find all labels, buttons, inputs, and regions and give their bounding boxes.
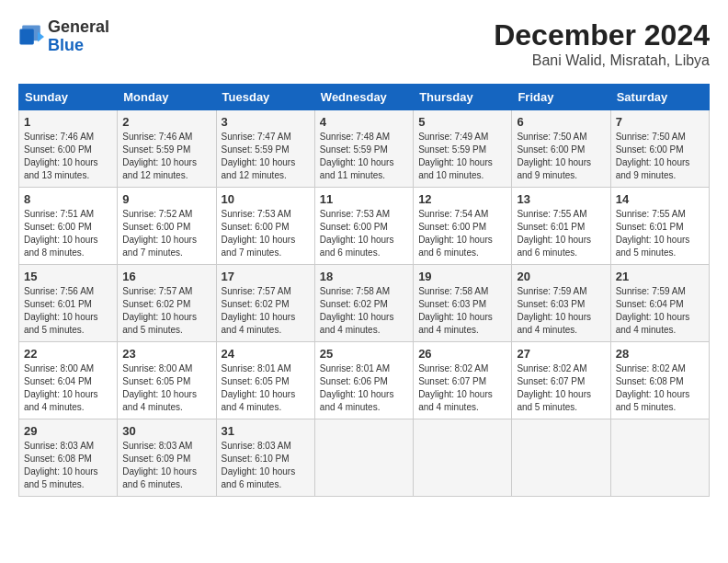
calendar-cell [610,419,709,497]
cell-info: Sunrise: 8:02 AMSunset: 6:07 PMDaylight:… [517,363,591,412]
cell-info: Sunrise: 7:52 AMSunset: 6:00 PMDaylight:… [122,209,197,258]
location: Bani Walid, Misratah, Libya [494,52,710,69]
cell-info: Sunrise: 7:55 AMSunset: 6:01 PMDaylight:… [517,209,591,258]
calendar-header-row: SundayMondayTuesdayWednesdayThursdayFrid… [19,85,710,110]
cell-info: Sunrise: 8:00 AMSunset: 6:05 PMDaylight:… [122,363,197,412]
cell-info: Sunrise: 7:55 AMSunset: 6:01 PMDaylight:… [616,209,690,258]
day-number: 13 [517,192,605,206]
week-row-4: 22Sunrise: 8:00 AMSunset: 6:04 PMDayligh… [19,342,710,419]
cell-info: Sunrise: 7:59 AMSunset: 6:04 PMDaylight:… [616,286,690,335]
calendar-cell: 18Sunrise: 7:58 AMSunset: 6:02 PMDayligh… [314,265,413,342]
day-number: 20 [517,270,605,283]
cell-info: Sunrise: 7:58 AMSunset: 6:03 PMDaylight:… [418,286,493,335]
logo-icon [18,24,44,50]
day-number: 15 [24,270,112,283]
calendar-cell: 15Sunrise: 7:56 AMSunset: 6:01 PMDayligh… [19,265,118,342]
week-row-5: 29Sunrise: 8:03 AMSunset: 6:08 PMDayligh… [19,419,710,497]
day-number: 10 [222,192,310,206]
day-number: 22 [24,347,112,361]
day-number: 11 [320,192,408,206]
header-sunday: Sunday [19,85,118,110]
calendar-cell: 22Sunrise: 8:00 AMSunset: 6:04 PMDayligh… [19,342,118,419]
day-number: 6 [517,115,605,129]
header-thursday: Thursday [414,85,512,110]
calendar-cell: 30Sunrise: 8:03 AMSunset: 6:09 PMDayligh… [118,419,216,497]
day-number: 31 [222,424,310,438]
cell-info: Sunrise: 8:01 AMSunset: 6:05 PMDaylight:… [222,363,296,412]
calendar-cell: 31Sunrise: 8:03 AMSunset: 6:10 PMDayligh… [216,419,314,497]
day-number: 30 [122,424,210,438]
cell-info: Sunrise: 8:03 AMSunset: 6:08 PMDaylight:… [24,441,98,489]
calendar-cell: 16Sunrise: 7:57 AMSunset: 6:02 PMDayligh… [118,265,216,342]
day-number: 8 [24,192,112,206]
cell-info: Sunrise: 8:00 AMSunset: 6:04 PMDaylight:… [24,363,98,412]
logo-blue-text: Blue [48,37,109,55]
day-number: 19 [418,270,506,283]
calendar-cell: 27Sunrise: 8:02 AMSunset: 6:07 PMDayligh… [512,342,610,419]
calendar-cell: 19Sunrise: 7:58 AMSunset: 6:03 PMDayligh… [414,265,512,342]
day-number: 2 [122,115,210,129]
cell-info: Sunrise: 7:53 AMSunset: 6:00 PMDaylight:… [320,209,394,258]
calendar-cell [314,419,413,497]
month-year: December 2024 [494,18,710,52]
calendar-cell: 21Sunrise: 7:59 AMSunset: 6:04 PMDayligh… [610,265,709,342]
cell-info: Sunrise: 8:01 AMSunset: 6:06 PMDaylight:… [320,363,394,412]
cell-info: Sunrise: 7:54 AMSunset: 6:00 PMDaylight:… [418,209,493,258]
calendar-cell: 4Sunrise: 7:48 AMSunset: 5:59 PMDaylight… [314,110,413,188]
week-row-1: 1Sunrise: 7:46 AMSunset: 6:00 PMDaylight… [19,110,710,188]
calendar-cell: 12Sunrise: 7:54 AMSunset: 6:00 PMDayligh… [414,188,512,265]
day-number: 17 [222,270,310,283]
cell-info: Sunrise: 7:57 AMSunset: 6:02 PMDaylight:… [222,286,296,335]
day-number: 18 [320,270,408,283]
calendar-cell: 14Sunrise: 7:55 AMSunset: 6:01 PMDayligh… [610,188,709,265]
day-number: 9 [122,192,210,206]
calendar-cell: 10Sunrise: 7:53 AMSunset: 6:00 PMDayligh… [216,188,314,265]
calendar-cell: 5Sunrise: 7:49 AMSunset: 5:59 PMDaylight… [414,110,512,188]
calendar-cell [512,419,610,497]
day-number: 1 [24,115,112,129]
cell-info: Sunrise: 8:02 AMSunset: 6:08 PMDaylight:… [616,363,690,412]
cell-info: Sunrise: 7:47 AMSunset: 5:59 PMDaylight:… [222,132,296,180]
cell-info: Sunrise: 8:03 AMSunset: 6:09 PMDaylight:… [122,441,197,489]
calendar-cell: 29Sunrise: 8:03 AMSunset: 6:08 PMDayligh… [19,419,118,497]
cell-info: Sunrise: 7:50 AMSunset: 6:00 PMDaylight:… [517,132,591,180]
day-number: 24 [222,347,310,361]
calendar-cell: 2Sunrise: 7:46 AMSunset: 5:59 PMDaylight… [118,110,216,188]
day-number: 12 [418,192,506,206]
header-tuesday: Tuesday [216,85,314,110]
calendar-cell: 13Sunrise: 7:55 AMSunset: 6:01 PMDayligh… [512,188,610,265]
calendar-cell: 11Sunrise: 7:53 AMSunset: 6:00 PMDayligh… [314,188,413,265]
day-number: 5 [418,115,506,129]
header-monday: Monday [118,85,216,110]
cell-info: Sunrise: 7:53 AMSunset: 6:00 PMDaylight:… [222,209,296,258]
cell-info: Sunrise: 7:56 AMSunset: 6:01 PMDaylight:… [24,286,98,335]
title-block: December 2024 Bani Walid, Misratah, Liby… [494,18,710,69]
cell-info: Sunrise: 7:57 AMSunset: 6:02 PMDaylight:… [122,286,197,335]
calendar-cell: 7Sunrise: 7:50 AMSunset: 6:00 PMDaylight… [610,110,709,188]
cell-info: Sunrise: 7:50 AMSunset: 6:00 PMDaylight:… [616,132,690,180]
header-saturday: Saturday [610,85,709,110]
calendar-cell: 8Sunrise: 7:51 AMSunset: 6:00 PMDaylight… [19,188,118,265]
day-number: 25 [320,347,408,361]
header-friday: Friday [512,85,610,110]
day-number: 14 [616,192,704,206]
logo: General Blue [18,18,109,55]
calendar-cell: 26Sunrise: 8:02 AMSunset: 6:07 PMDayligh… [414,342,512,419]
page-header: General Blue December 2024 Bani Walid, M… [18,18,710,69]
cell-info: Sunrise: 7:58 AMSunset: 6:02 PMDaylight:… [320,286,394,335]
calendar-cell [414,419,512,497]
calendar-cell: 23Sunrise: 8:00 AMSunset: 6:05 PMDayligh… [118,342,216,419]
day-number: 23 [122,347,210,361]
calendar-cell: 24Sunrise: 8:01 AMSunset: 6:05 PMDayligh… [216,342,314,419]
day-number: 21 [616,270,704,283]
cell-info: Sunrise: 7:48 AMSunset: 5:59 PMDaylight:… [320,132,394,180]
svg-marker-2 [38,31,44,41]
day-number: 7 [616,115,704,129]
calendar-cell: 9Sunrise: 7:52 AMSunset: 6:00 PMDaylight… [118,188,216,265]
week-row-2: 8Sunrise: 7:51 AMSunset: 6:00 PMDaylight… [19,188,710,265]
calendar-cell: 28Sunrise: 8:02 AMSunset: 6:08 PMDayligh… [610,342,709,419]
day-number: 4 [320,115,408,129]
day-number: 29 [24,424,112,438]
calendar-cell: 3Sunrise: 7:47 AMSunset: 5:59 PMDaylight… [216,110,314,188]
week-row-3: 15Sunrise: 7:56 AMSunset: 6:01 PMDayligh… [19,265,710,342]
